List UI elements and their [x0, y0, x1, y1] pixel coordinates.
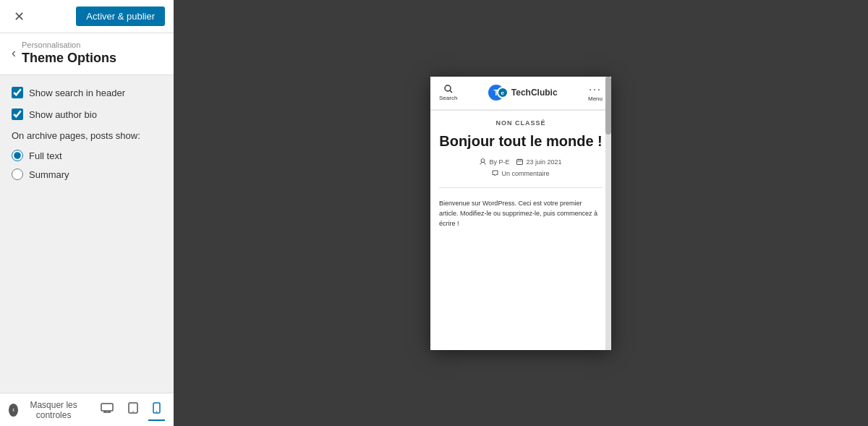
- post-title: Bonjour tout le monde !: [439, 132, 603, 150]
- show-search-row: Show search in header: [12, 87, 162, 98]
- top-bar: ✕ Activer & publier: [0, 0, 174, 33]
- mobile-icon: [153, 402, 161, 414]
- preview-frame: Search T e TechClubic ··· Menu NON CLASS…: [430, 77, 611, 350]
- svg-rect-11: [517, 160, 523, 165]
- radio-full-text[interactable]: [12, 150, 23, 161]
- desktop-view-button[interactable]: [96, 399, 118, 421]
- author-icon: [480, 158, 486, 165]
- svg-point-10: [481, 159, 485, 163]
- show-author-label[interactable]: Show author bio: [29, 109, 97, 120]
- panel-title: Theme Options: [22, 51, 116, 66]
- left-panel: ✕ Activer & publier ‹ Personnalisation T…: [0, 0, 174, 426]
- post-category: NON CLASSÉ: [439, 119, 603, 127]
- preview-scrollbar[interactable]: [605, 77, 611, 350]
- show-author-checkbox[interactable]: [12, 108, 23, 120]
- show-search-label[interactable]: Show search in header: [29, 88, 125, 98]
- blog-nav: Search T e TechClubic ··· Menu: [430, 77, 611, 110]
- close-button[interactable]: ✕: [9, 7, 29, 27]
- radio-summary-row: Summary: [12, 169, 162, 180]
- back-button[interactable]: ‹: [12, 46, 22, 61]
- show-search-checkbox[interactable]: [12, 87, 23, 98]
- breadcrumb-area: ‹ Personnalisation Theme Options: [0, 33, 174, 75]
- blog-post: NON CLASSÉ Bonjour tout le monde ! By P-…: [430, 111, 611, 238]
- main-area: Search T e TechClubic ··· Menu NON CLASS…: [174, 0, 868, 426]
- radio-summary[interactable]: [12, 169, 23, 180]
- blog-nav-logo: T e TechClubic: [488, 85, 558, 101]
- svg-line-9: [450, 90, 452, 93]
- view-buttons: [96, 399, 165, 421]
- mobile-view-button[interactable]: [148, 399, 165, 421]
- publish-button[interactable]: Activer & publier: [76, 7, 165, 26]
- hide-controls-button[interactable]: ‹ Masquer les controles: [9, 400, 85, 420]
- bottom-bar: ‹ Masquer les controles: [0, 393, 174, 426]
- svg-rect-0: [101, 404, 113, 411]
- circle-left-icon: ‹: [9, 404, 18, 417]
- radio-full-text-row: Full text: [12, 150, 162, 161]
- radio-full-text-label[interactable]: Full text: [29, 150, 62, 161]
- svg-point-5: [132, 411, 134, 412]
- desktop-icon: [101, 403, 114, 413]
- post-comment-meta: Un commentaire: [439, 170, 603, 177]
- search-icon: [444, 85, 453, 93]
- menu-dots-icon: ···: [589, 84, 602, 94]
- scrollbar-thumb: [605, 77, 611, 135]
- post-author: By P-E: [480, 158, 509, 166]
- panel-content: Show search in header Show author bio On…: [0, 75, 174, 393]
- post-date: 23 juin 2021: [516, 158, 561, 166]
- post-body: Bienvenue sur WordPress. Ceci est votre …: [439, 198, 603, 229]
- archive-section-label: On archive pages, posts show:: [12, 130, 162, 141]
- post-meta: By P-E 23 juin 2021: [439, 158, 603, 166]
- comment-icon: [492, 170, 498, 176]
- blog-nav-search: Search: [439, 85, 457, 101]
- blog-nav-menu: ··· Menu: [588, 84, 603, 102]
- breadcrumb-parent: Personnalisation: [22, 41, 116, 49]
- svg-point-8: [445, 85, 451, 91]
- calendar-icon: [516, 158, 523, 165]
- show-author-row: Show author bio: [12, 108, 162, 120]
- radio-summary-label[interactable]: Summary: [29, 169, 69, 180]
- svg-point-7: [156, 411, 158, 412]
- tablet-icon: [128, 402, 138, 414]
- separator: [439, 187, 603, 188]
- tablet-view-button[interactable]: [124, 399, 142, 421]
- post-comment: Un commentaire: [492, 170, 549, 177]
- radio-group: Full text Summary: [12, 150, 162, 180]
